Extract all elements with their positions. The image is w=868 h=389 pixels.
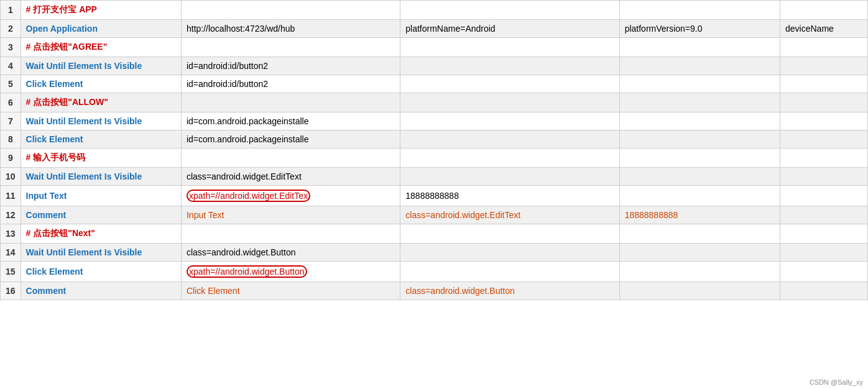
col-arg3	[619, 149, 780, 168]
col-arg3: 18888888888	[619, 206, 780, 224]
col-keyword: # 点击按钮"Next"	[21, 224, 181, 244]
table-row: 6# 点击按钮"ALLOW"	[1, 93, 868, 112]
col-arg1: xpath=//android.widget.Button	[181, 262, 400, 282]
col-arg1: id=com.android.packageinstalle	[181, 112, 400, 130]
col-keyword: Wait Until Element Is Visible	[21, 244, 181, 262]
col-arg1: xpath=//android.widget.EditTex	[181, 186, 400, 206]
row-number: 7	[1, 112, 21, 130]
data-table: 1# 打开支付宝 APP2Open Applicationhttp://loca…	[0, 0, 868, 300]
col-arg2: 18888888888	[400, 186, 619, 206]
col-arg3	[619, 38, 780, 57]
col-arg4	[780, 168, 868, 186]
keyword-label: Input Text	[26, 191, 67, 201]
circled-arg: xpath=//android.widget.EditTex	[187, 190, 310, 202]
col-arg2	[400, 57, 619, 75]
col-keyword: Comment	[21, 206, 181, 224]
table-row: 12CommentInput Textclass=android.widget.…	[1, 206, 868, 224]
col-keyword: Open Application	[21, 20, 181, 38]
keyword-label: Wait Until Element Is Visible	[26, 247, 142, 257]
col-arg1: id=com.android.packageinstalle	[181, 130, 400, 149]
row-number: 6	[1, 93, 21, 112]
col-keyword: # 点击按钮"ALLOW"	[21, 93, 181, 112]
col-arg1	[181, 93, 400, 112]
col-arg1: id=android:id/button2	[181, 75, 400, 93]
row-number: 10	[1, 168, 21, 186]
table-row: 4Wait Until Element Is Visibleid=android…	[1, 57, 868, 75]
comment-label: # 输入手机号码	[26, 152, 86, 162]
arg-label: 18888888888	[625, 210, 678, 220]
keyword-label: Click Element	[26, 79, 83, 89]
table-row: 5Click Elementid=android:id/button2	[1, 75, 868, 93]
keyword-label: Click Element	[26, 267, 83, 277]
col-keyword: Click Element	[21, 262, 181, 282]
col-keyword: Comment	[21, 282, 181, 300]
row-number: 12	[1, 206, 21, 224]
col-arg2	[400, 168, 619, 186]
col-arg2	[400, 262, 619, 282]
col-arg3	[619, 1, 780, 20]
col-arg4	[780, 1, 868, 20]
col-arg1	[181, 38, 400, 57]
col-arg3	[619, 244, 780, 262]
col-arg2	[400, 38, 619, 57]
col-arg4	[780, 262, 868, 282]
comment-label: # 点击按钮"AGREE"	[26, 42, 108, 52]
keyword-label: Click Element	[26, 134, 83, 144]
col-arg3	[619, 130, 780, 149]
col-arg4	[780, 130, 868, 149]
keyword-label: Open Application	[26, 24, 98, 34]
col-arg3	[619, 262, 780, 282]
arg-label: class=android.widget.EditText	[405, 210, 520, 220]
col-keyword: Click Element	[21, 75, 181, 93]
comment-label: # 点击按钮"Next"	[26, 228, 95, 238]
col-arg3: platformVersion=9.0	[619, 20, 780, 38]
col-arg1	[181, 1, 400, 20]
col-arg4	[780, 112, 868, 130]
col-arg3	[619, 168, 780, 186]
table-row: 11Input Textxpath=//android.widget.EditT…	[1, 186, 868, 206]
col-arg3	[619, 282, 780, 300]
table-row: 2Open Applicationhttp://localhost:4723/w…	[1, 20, 868, 38]
col-arg4	[780, 93, 868, 112]
table-row: 7Wait Until Element Is Visibleid=com.and…	[1, 112, 868, 130]
col-arg4	[780, 38, 868, 57]
col-arg2	[400, 1, 619, 20]
col-arg1: class=android.widget.Button	[181, 244, 400, 262]
col-arg4	[780, 206, 868, 224]
col-keyword: Input Text	[21, 186, 181, 206]
table-row: 8Click Elementid=com.android.packageinst…	[1, 130, 868, 149]
row-number: 4	[1, 57, 21, 75]
col-arg2	[400, 75, 619, 93]
table-row: 3# 点击按钮"AGREE"	[1, 38, 868, 57]
row-number: 1	[1, 1, 21, 20]
comment-label: # 点击按钮"ALLOW"	[26, 97, 108, 107]
arg-label: class=android.widget.Button	[405, 286, 515, 296]
col-arg3	[619, 224, 780, 244]
row-number: 13	[1, 224, 21, 244]
col-keyword: Wait Until Element Is Visible	[21, 57, 181, 75]
col-keyword: # 打开支付宝 APP	[21, 1, 181, 20]
keyword-label: Wait Until Element Is Visible	[26, 61, 142, 71]
col-arg4	[780, 186, 868, 206]
col-arg4	[780, 244, 868, 262]
keyword-label: Comment	[26, 286, 67, 296]
arg-label: Input Text	[187, 210, 224, 220]
keyword-label: Wait Until Element Is Visible	[26, 172, 142, 181]
arg-label: Click Element	[187, 286, 240, 296]
col-arg4	[780, 75, 868, 93]
col-arg4	[780, 224, 868, 244]
row-number: 9	[1, 149, 21, 168]
col-arg2	[400, 112, 619, 130]
col-arg2: class=android.widget.Button	[400, 282, 619, 300]
table-container: 1# 打开支付宝 APP2Open Applicationhttp://loca…	[0, 0, 868, 300]
table-row: 9# 输入手机号码	[1, 149, 868, 168]
col-arg2	[400, 149, 619, 168]
col-keyword: Wait Until Element Is Visible	[21, 168, 181, 186]
col-arg3	[619, 93, 780, 112]
table-row: 10Wait Until Element Is Visibleclass=and…	[1, 168, 868, 186]
col-arg2	[400, 93, 619, 112]
table-row: 14Wait Until Element Is Visibleclass=and…	[1, 244, 868, 262]
col-arg1	[181, 224, 400, 244]
row-number: 8	[1, 130, 21, 149]
col-arg3	[619, 112, 780, 130]
